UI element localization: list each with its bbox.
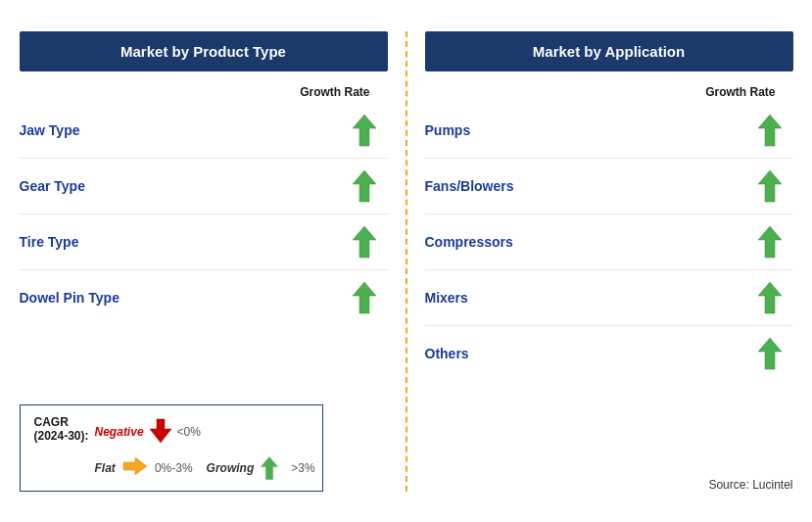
- legend-flat-row: Flat 0%-3% Growing: [95, 455, 315, 481]
- legend-negative-arrow: [150, 417, 171, 448]
- right-row-pumps: Pumps: [425, 103, 793, 159]
- main-container: Market by Product Type Growth Rate Jaw T…: [10, 12, 803, 511]
- left-growth-rate-label: Growth Rate: [300, 85, 387, 99]
- svg-marker-5: [123, 457, 147, 475]
- right-row-others: Others: [425, 326, 793, 381]
- legend-growing-arrow: [260, 455, 279, 481]
- legend-flat-pct: 0%-3%: [155, 461, 193, 475]
- others-arrow: [756, 336, 784, 371]
- left-rows: Jaw Type Gear Type Tire Type: [20, 103, 388, 387]
- svg-marker-10: [758, 282, 782, 313]
- source-text: Source: Lucintel: [708, 458, 792, 492]
- left-panel: Market by Product Type Growth Rate Jaw T…: [20, 31, 388, 492]
- legend-growing-pct: >3%: [291, 461, 314, 475]
- compressors-arrow: [756, 224, 784, 260]
- legend-flat-arrow: [121, 455, 149, 480]
- legend-negative-label: Negative: [95, 425, 144, 439]
- tire-type-arrow: [351, 224, 378, 260]
- mixers-label: Mixers: [425, 290, 468, 306]
- legend-flat-label: Flat: [95, 461, 116, 475]
- panel-divider: [406, 31, 407, 492]
- right-panel: Market by Application Growth Rate Pumps …: [425, 31, 793, 492]
- legend-cagr-title: CAGR(2024-30):: [34, 415, 89, 443]
- fans-blowers-label: Fans/Blowers: [425, 178, 514, 194]
- svg-marker-9: [758, 226, 782, 258]
- left-panel-header: Market by Product Type: [20, 31, 388, 71]
- right-row-fans: Fans/Blowers: [425, 159, 793, 214]
- right-growth-rate-label: Growth Rate: [705, 85, 792, 99]
- svg-marker-6: [262, 456, 278, 479]
- right-row-mixers: Mixers: [425, 270, 793, 326]
- left-row-jaw: Jaw Type: [20, 103, 388, 159]
- right-panel-header: Market by Application: [425, 31, 793, 71]
- svg-marker-7: [758, 115, 782, 146]
- svg-marker-11: [758, 338, 782, 369]
- svg-marker-0: [353, 115, 376, 146]
- others-label: Others: [425, 346, 469, 361]
- svg-marker-3: [353, 282, 376, 313]
- pumps-label: Pumps: [425, 122, 471, 138]
- svg-marker-4: [150, 419, 171, 443]
- legend-box: CAGR(2024-30): Negative <0%: [20, 404, 323, 492]
- right-rows: Pumps Fans/Blowers Compressors: [425, 103, 793, 458]
- left-row-gear: Gear Type: [20, 159, 388, 214]
- fans-blowers-arrow: [756, 168, 784, 204]
- compressors-label: Compressors: [425, 234, 513, 250]
- left-row-tire: Tire Type: [20, 214, 388, 270]
- left-row-dowel: Dowel Pin Type: [20, 270, 388, 325]
- legend-negative-pct: <0%: [177, 425, 201, 439]
- gear-type-label: Gear Type: [20, 178, 85, 194]
- legend-growing-label: Growing: [207, 461, 255, 475]
- dowel-pin-type-label: Dowel Pin Type: [20, 290, 119, 306]
- svg-marker-1: [353, 170, 376, 202]
- legend-negative-row: Negative <0%: [95, 417, 315, 448]
- mixers-arrow: [756, 280, 784, 315]
- svg-marker-8: [758, 170, 782, 202]
- svg-marker-2: [353, 226, 376, 258]
- jaw-type-arrow: [351, 113, 378, 148]
- pumps-arrow: [756, 113, 784, 148]
- tire-type-label: Tire Type: [20, 234, 79, 250]
- dowel-pin-type-arrow: [351, 280, 378, 315]
- right-row-compressors: Compressors: [425, 214, 793, 270]
- gear-type-arrow: [351, 168, 378, 204]
- jaw-type-label: Jaw Type: [20, 122, 80, 138]
